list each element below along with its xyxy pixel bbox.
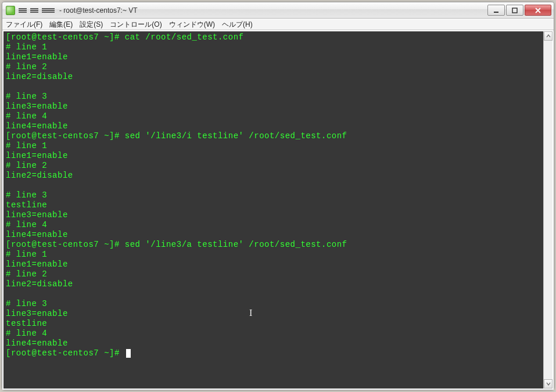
window-title: - root@test-centos7:~ VT <box>59 6 138 15</box>
terminal-line: line2=disable <box>6 72 541 82</box>
terminal-line: # line 4 <box>6 112 541 121</box>
app-icon <box>6 6 15 15</box>
terminal-line: # line 2 <box>6 62 541 72</box>
terminal-line: line3=enable <box>6 309 541 319</box>
menu-settings[interactable]: 設定(S) <box>80 20 103 30</box>
terminal-cursor <box>126 349 131 358</box>
menu-control[interactable]: コントロール(O) <box>110 20 162 30</box>
terminal-line: testline <box>6 319 541 329</box>
terminal-line: line3=enable <box>6 210 541 220</box>
close-icon <box>535 8 541 13</box>
svg-rect-1 <box>512 8 517 13</box>
terminal-line: line2=disable <box>6 279 541 289</box>
terminal-line <box>6 82 541 92</box>
scroll-track[interactable] <box>544 41 553 379</box>
terminal-line: [root@test-centos7 ~]# sed '/line3/i tes… <box>6 131 541 141</box>
maximize-button[interactable] <box>506 5 523 16</box>
scroll-down-button[interactable] <box>544 379 553 389</box>
terminal-line: line4=enable <box>6 230 541 240</box>
window-controls <box>487 5 551 16</box>
terminal-line: line3=enable <box>6 102 541 112</box>
terminal-line: [root@test-centos7 ~]# cat /root/sed_tes… <box>6 33 541 42</box>
minimize-icon <box>493 8 499 13</box>
close-button[interactable] <box>525 5 551 16</box>
menu-file[interactable]: ファイル(F) <box>6 20 42 30</box>
chevron-up-icon <box>546 34 551 38</box>
terminal-line: # line 1 <box>6 42 541 52</box>
terminal-line: # line 4 <box>6 220 541 230</box>
terminal-line: # line 2 <box>6 161 541 171</box>
terminal-line: # line 1 <box>6 250 541 260</box>
terminal-line: line2=disable <box>6 171 541 181</box>
terminal-line: # line 2 <box>6 269 541 279</box>
terminal-line: line1=enable <box>6 260 541 269</box>
menu-edit[interactable]: 編集(E) <box>49 20 73 30</box>
terminal-line: # line 3 <box>6 190 541 200</box>
terminal-line: line4=enable <box>6 121 541 131</box>
terminal-wrap: [root@test-centos7 ~]# cat /root/sed_tes… <box>2 30 554 390</box>
chevron-down-icon <box>546 382 551 386</box>
scroll-up-button[interactable] <box>544 31 553 41</box>
svg-rect-0 <box>494 12 498 13</box>
terminal[interactable]: [root@test-centos7 ~]# cat /root/sed_tes… <box>3 31 543 389</box>
menu-window[interactable]: ウィンドウ(W) <box>169 20 215 30</box>
terminal-line <box>6 181 541 190</box>
terminal-line: line1=enable <box>6 52 541 62</box>
terminal-line: # line 3 <box>6 299 541 309</box>
maximize-icon <box>512 8 518 13</box>
menu-help[interactable]: ヘルプ(H) <box>222 20 253 30</box>
terminal-line: # line 3 <box>6 92 541 102</box>
titlebar[interactable]: - root@test-centos7:~ VT <box>2 2 554 19</box>
terminal-line: # line 1 <box>6 141 541 151</box>
titlebar-decoration <box>19 10 55 11</box>
terminal-line: testline <box>6 200 541 210</box>
terminal-line: # line 4 <box>6 329 541 339</box>
minimize-button[interactable] <box>487 5 505 16</box>
scrollbar[interactable] <box>543 31 553 389</box>
menubar: ファイル(F) 編集(E) 設定(S) コントロール(O) ウィンドウ(W) ヘ… <box>2 19 554 30</box>
terminal-line: line1=enable <box>6 151 541 161</box>
terminal-line: line4=enable <box>6 339 541 348</box>
terminal-prompt-line: [root@test-centos7 ~]# <box>6 348 541 358</box>
terminal-line: [root@test-centos7 ~]# sed '/line3/a tes… <box>6 240 541 250</box>
app-window: - root@test-centos7:~ VT ファイル(F) 編集(E) 設… <box>2 2 554 390</box>
terminal-line <box>6 289 541 299</box>
